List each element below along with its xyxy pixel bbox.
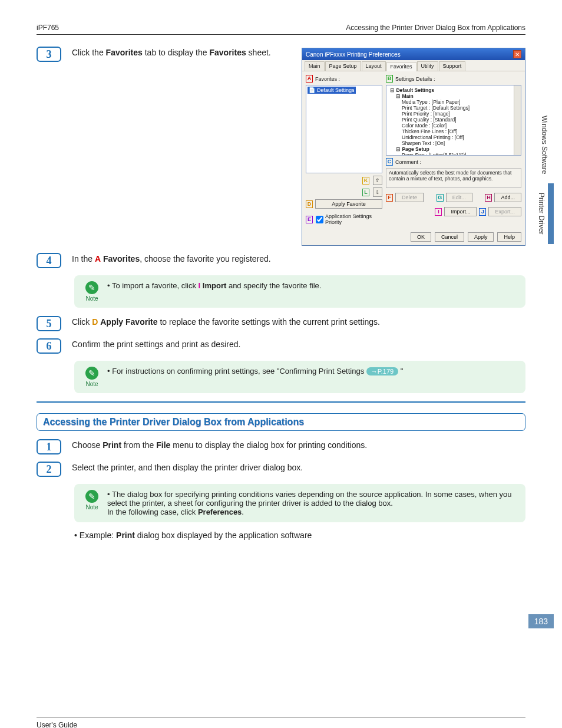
example-line: Example: Print dialog box displayed by t… bbox=[74, 531, 525, 540]
footer-left: User's Guide bbox=[37, 721, 77, 728]
tab-layout[interactable]: Layout bbox=[362, 61, 386, 71]
sec-step-2: 2 Select the printer, and then display t… bbox=[37, 462, 525, 477]
model-label: iPF765 bbox=[37, 24, 59, 32]
breadcrumb: Accessing the Printer Driver Dialog Box … bbox=[346, 24, 525, 32]
marker-b: B bbox=[386, 75, 393, 83]
tab-utility[interactable]: Utility bbox=[417, 61, 438, 71]
edit-button[interactable]: Edit... bbox=[446, 193, 472, 202]
delete-button[interactable]: Delete bbox=[395, 193, 424, 202]
section-title: Accessing the Printer Driver Dialog Box … bbox=[37, 413, 525, 431]
move-down-icon[interactable]: ⇩ bbox=[373, 187, 382, 197]
tab-main[interactable]: Main bbox=[305, 61, 325, 71]
marker-h: H bbox=[485, 194, 492, 202]
close-icon[interactable]: ✕ bbox=[513, 50, 521, 58]
step-number: 2 bbox=[37, 462, 61, 477]
marker-a: A bbox=[306, 75, 313, 83]
help-button[interactable]: Help bbox=[497, 232, 521, 242]
note-block: ✎ Note To import a favorite, click I Imp… bbox=[74, 275, 525, 308]
note-block: ✎ Note The dialog box for specifying pri… bbox=[74, 484, 525, 522]
marker-g: G bbox=[437, 194, 444, 202]
import-button[interactable]: Import... bbox=[444, 207, 477, 216]
page-number: 183 bbox=[528, 614, 554, 628]
dialog-tabs: Main Page Setup Layout Favorites Utility… bbox=[302, 60, 525, 71]
settings-details-tree[interactable]: ⊟ Default Settings ⊟ Main Media Type : [… bbox=[386, 85, 521, 156]
move-up-icon[interactable]: ⇧ bbox=[373, 176, 382, 185]
page-header: iPF765 Accessing the Printer Driver Dial… bbox=[37, 24, 525, 35]
step-number: 6 bbox=[37, 338, 61, 354]
dialog-titlebar: Canon iPFxxxx Printing Preferences ✕ bbox=[302, 48, 525, 60]
tab-support[interactable]: Support bbox=[439, 61, 466, 71]
dialog-action-row: OK Cancel Apply Help bbox=[302, 229, 525, 245]
marker-f: F bbox=[386, 194, 393, 202]
printing-preferences-dialog: Canon iPFxxxx Printing Preferences ✕ Mai… bbox=[302, 48, 525, 246]
step-number: 1 bbox=[37, 439, 61, 454]
apply-button[interactable]: Apply bbox=[468, 232, 494, 242]
marker-k: K bbox=[362, 177, 369, 185]
step-number: 3 bbox=[37, 47, 61, 62]
step-number: 4 bbox=[37, 253, 61, 268]
side-tab-printer-driver: Printer Driver bbox=[535, 183, 554, 244]
cancel-button[interactable]: Cancel bbox=[435, 232, 464, 242]
note-icon: ✎ bbox=[85, 367, 98, 380]
export-button[interactable]: Export... bbox=[488, 207, 521, 216]
step-4: 4 In the A Favorites, choose the favorit… bbox=[37, 253, 525, 268]
marker-d: D bbox=[306, 200, 313, 208]
marker-c: C bbox=[386, 158, 393, 166]
note-icon: ✎ bbox=[85, 281, 98, 294]
step-3: 3 Click the Favorites tab to display the… bbox=[37, 47, 525, 246]
ok-button[interactable]: OK bbox=[411, 232, 431, 242]
apply-favorite-button[interactable]: Apply Favorite bbox=[315, 199, 382, 209]
marker-l: L bbox=[362, 189, 369, 196]
page-ref-link[interactable]: →P.179 bbox=[366, 367, 398, 375]
step-number: 5 bbox=[37, 316, 61, 331]
note-icon: ✎ bbox=[85, 490, 98, 503]
favorites-list[interactable]: 📄 Default Settings bbox=[306, 85, 382, 173]
tab-page-setup[interactable]: Page Setup bbox=[325, 61, 361, 71]
note-block: ✎ Note For instructions on confirming pr… bbox=[74, 361, 525, 393]
sec-step-1: 1 Choose Print from the File menu to dis… bbox=[37, 439, 525, 454]
favorites-selected-item[interactable]: 📄 Default Settings bbox=[308, 87, 356, 94]
side-tab-windows-software: Windows Software bbox=[538, 106, 551, 183]
tab-favorites[interactable]: Favorites bbox=[386, 62, 416, 71]
marker-e: E bbox=[306, 216, 313, 223]
comment-box: Automatically selects the best mode for … bbox=[386, 168, 521, 188]
app-settings-priority-checkbox[interactable] bbox=[316, 216, 323, 223]
side-tabs: Windows Software Printer Driver bbox=[535, 106, 554, 244]
step-5: 5 Click D Apply Favorite to replace the … bbox=[37, 316, 525, 331]
page-footer: User's Guide bbox=[37, 717, 525, 728]
marker-j: J bbox=[479, 208, 486, 216]
add-button[interactable]: Add... bbox=[494, 193, 521, 202]
step-6: 6 Confirm the print settings and print a… bbox=[37, 338, 525, 354]
scrollbar[interactable] bbox=[514, 85, 521, 155]
marker-i: I bbox=[435, 208, 442, 216]
